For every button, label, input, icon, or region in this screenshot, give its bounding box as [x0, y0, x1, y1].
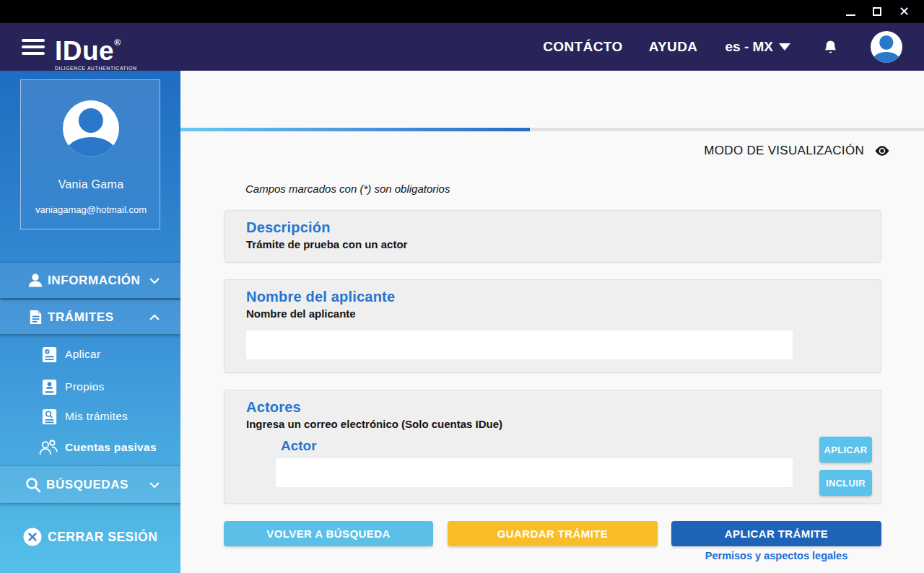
- aplicar-tramite-button[interactable]: APLICAR TRÁMITE: [671, 521, 881, 546]
- sidebar-item-propios[interactable]: Propios: [0, 375, 180, 399]
- app-window: ✕ IDue® DILIGENCE AUTHENTICATION CONTÁCT…: [0, 0, 924, 573]
- users-icon: [38, 439, 58, 456]
- chevron-down-icon: [148, 274, 161, 287]
- aplicante-label: Nombre del aplicante: [246, 306, 859, 322]
- sidebar-subitem-label: Propios: [65, 380, 105, 393]
- guardar-tramite-button[interactable]: GUARDAR TRÁMITE: [448, 521, 658, 546]
- logo-title: IDue: [55, 36, 114, 66]
- language-selector[interactable]: es - MX: [725, 39, 790, 55]
- chevron-up-icon: [148, 311, 161, 324]
- notification-bell-icon[interactable]: [822, 39, 839, 56]
- sidebar-subitem-label: Aplicar: [65, 348, 100, 361]
- user-avatar[interactable]: [871, 31, 902, 63]
- logo-tagline: DILIGENCE AUTHENTICATION: [55, 66, 137, 71]
- aplicante-card: Nombre del aplicante Nombre del aplicant…: [224, 279, 881, 373]
- header-nav: CONTÁCTO AYUDA es - MX: [517, 23, 902, 71]
- nav-ayuda[interactable]: AYUDA: [649, 39, 698, 55]
- sidebar-item-label: TRÁMITES: [48, 310, 114, 325]
- chevron-down-icon: [779, 43, 790, 51]
- descripcion-card: Descripción Trámite de prueba con un act…: [224, 210, 881, 263]
- avatar-body: [872, 52, 901, 63]
- actor-label: Actor: [281, 438, 859, 454]
- profile-card: Vania Gama vaniagamag@hotmail.com: [20, 79, 160, 229]
- nav-contacto[interactable]: CONTÁCTO: [543, 39, 623, 55]
- logout-label: CERRAR SESIÓN: [48, 530, 157, 545]
- descripcion-value: Trámite de prueba con un actor: [246, 237, 859, 253]
- app-logo: IDue® DILIGENCE AUTHENTICATION: [55, 29, 137, 71]
- sidebar-subitem-label: Mis trámites: [65, 410, 128, 423]
- actores-title: Actores: [246, 398, 859, 416]
- profile-avatar: [63, 100, 119, 157]
- minimize-icon[interactable]: [846, 14, 855, 16]
- progress-fill: [180, 128, 530, 131]
- user-icon: [26, 271, 45, 290]
- actor-input[interactable]: [276, 458, 793, 487]
- eye-icon[interactable]: [873, 144, 891, 157]
- sidebar-subitem-label: Cuentas pasivas: [65, 441, 157, 454]
- permisos-legales-link[interactable]: Permisos y aspectos legales: [671, 550, 881, 561]
- sidebar-item-cuentas-pasivas[interactable]: Cuentas pasivas: [0, 435, 180, 460]
- sidebar-item-tramites[interactable]: TRÁMITES: [0, 300, 184, 334]
- required-fields-note: Campos marcados con (*) son obligatorios: [245, 183, 450, 195]
- incluir-actor-button[interactable]: INCLUIR: [819, 470, 872, 496]
- sidebar: Vania Gama vaniagamag@hotmail.com INFORM…: [0, 71, 180, 573]
- sidebar-item-busquedas[interactable]: BÚSQUEDAS: [0, 466, 184, 503]
- aplicante-title: Nombre del aplicante: [246, 287, 859, 306]
- language-value: es - MX: [725, 39, 773, 55]
- view-mode-label: MODO DE VISUALIZACIÓN: [704, 144, 864, 158]
- sidebar-item-label: BÚSQUEDAS: [46, 478, 128, 492]
- app-header: IDue® DILIGENCE AUTHENTICATION CONTÁCTO …: [0, 23, 924, 71]
- sidebar-item-aplicar[interactable]: Aplicar: [0, 342, 180, 367]
- aplicante-input[interactable]: [246, 331, 793, 359]
- actores-hint: Ingresa un correo electrónico (Solo cuen…: [246, 416, 859, 432]
- descripcion-title: Descripción: [246, 218, 859, 237]
- search-icon: [25, 476, 42, 494]
- close-icon[interactable]: ✕: [899, 5, 910, 18]
- registered-mark: ®: [114, 38, 121, 48]
- id-card-icon: [42, 379, 57, 395]
- view-mode: MODO DE VISUALIZACIÓN: [704, 144, 891, 158]
- profile-name: Vania Gama: [21, 178, 161, 191]
- document-search-icon: [42, 408, 57, 425]
- profile-email: vaniagamag@hotmail.com: [21, 204, 161, 215]
- avatar-head: [879, 35, 893, 49]
- sidebar-item-informacion[interactable]: INFORMACIÓN: [0, 263, 184, 298]
- sidebar-item-label: INFORMACIÓN: [48, 274, 140, 288]
- maximize-icon[interactable]: [873, 7, 881, 16]
- actores-card: Actores Ingresa un correo electrónico (S…: [224, 390, 881, 504]
- os-titlebar: ✕: [0, 0, 924, 23]
- hamburger-menu-icon[interactable]: [22, 39, 45, 55]
- circle-x-icon: [23, 528, 42, 546]
- progress-bar: [180, 128, 924, 131]
- sidebar-item-cerrar-sesion[interactable]: CERRAR SESIÓN: [0, 524, 180, 550]
- sidebar-item-mis-tramites[interactable]: Mis trámites: [0, 404, 180, 429]
- main-content: MODO DE VISUALIZACIÓN Campos marcados co…: [180, 71, 924, 573]
- document-icon: [27, 309, 44, 325]
- actor-field-group: Actor: [276, 438, 859, 487]
- volver-busqueda-button[interactable]: VOLVER A BÚSQUEDA: [224, 521, 433, 546]
- aplicar-actor-button[interactable]: APLICAR: [819, 437, 872, 463]
- chevron-down-icon: [148, 478, 161, 491]
- document-check-icon: [42, 346, 57, 363]
